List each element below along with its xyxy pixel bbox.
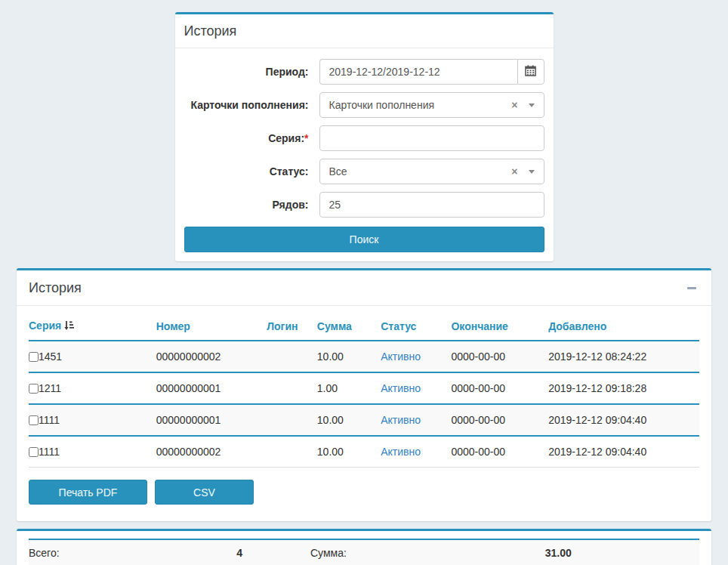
csv-button[interactable]: CSV <box>155 480 254 505</box>
table-row: 1211 00000000001 1.00 Активно 0000-00-00… <box>29 372 699 404</box>
status-cell: Активно <box>381 372 451 404</box>
expires-cell: 0000-00-00 <box>451 404 548 436</box>
column-header-amount[interactable]: Сумма <box>317 312 381 341</box>
amount-cell: 1.00 <box>317 372 381 404</box>
required-asterisk: * <box>304 132 308 144</box>
row-checkbox[interactable] <box>29 352 39 362</box>
status-row: Статус: Все × <box>184 159 544 184</box>
column-header-login[interactable]: Логин <box>267 312 317 341</box>
period-label: Период: <box>184 59 309 85</box>
series-cell: 1111 <box>29 436 156 468</box>
number-cell: 00000000001 <box>156 372 267 404</box>
sum-label: Сумма: <box>310 539 545 565</box>
clear-icon[interactable]: × <box>511 100 517 110</box>
table-header-row: Серия Номер Логин Сумма Статус Окончание <box>29 312 699 341</box>
column-header-status[interactable]: Статус <box>381 312 451 341</box>
column-header-series-label: Серия <box>29 320 61 332</box>
clear-icon[interactable]: × <box>511 166 517 177</box>
filter-panel-header: История <box>175 14 554 48</box>
results-body: Серия Номер Логин Сумма Статус Окончание <box>17 306 711 521</box>
table-row: 1111 00000000002 10.00 Активно 0000-00-0… <box>29 436 699 468</box>
chevron-down-icon <box>529 103 535 107</box>
status-cell: Активно <box>381 404 451 436</box>
total-label: Всего: <box>29 539 236 565</box>
filter-form: Период: <box>175 48 554 252</box>
filter-panel-title: История <box>184 23 544 39</box>
period-input[interactable] <box>319 59 518 85</box>
amount-cell: 10.00 <box>317 404 381 436</box>
cards-label: Карточки пополнения: <box>184 92 309 118</box>
series-cell: 1111 <box>29 404 156 436</box>
period-row: Период: <box>184 59 544 85</box>
number-cell: 00000000002 <box>156 341 267 372</box>
amount-cell: 10.00 <box>317 436 381 468</box>
rows-row: Рядов: <box>184 192 544 218</box>
series-cell: 1211 <box>29 372 156 404</box>
number-cell: 00000000001 <box>156 404 267 436</box>
status-label: Статус: <box>184 159 309 184</box>
series-cell: 1451 <box>29 341 156 372</box>
cards-row: Карточки пополнения: Карточки пополнения… <box>184 92 544 118</box>
login-cell <box>267 404 317 436</box>
column-header-series[interactable]: Серия <box>29 312 156 341</box>
login-cell <box>267 372 317 404</box>
expires-cell: 0000-00-00 <box>451 372 548 404</box>
status-link[interactable]: Активно <box>381 350 421 363</box>
search-button[interactable]: Поиск <box>184 227 544 252</box>
status-cell: Активно <box>381 341 451 372</box>
summary-row: Всего: 4 Сумма: 31.00 <box>29 539 699 565</box>
chevron-down-icon <box>529 170 535 174</box>
sort-amount-icon <box>64 321 74 333</box>
expires-cell: 0000-00-00 <box>451 341 548 372</box>
row-checkbox[interactable] <box>29 384 39 394</box>
status-cell: Активно <box>381 436 451 468</box>
sum-value: 31.00 <box>545 539 699 565</box>
cards-select[interactable]: Карточки пополнения × <box>319 92 544 118</box>
print-pdf-button[interactable]: Печать PDF <box>29 480 147 505</box>
rows-label: Рядов: <box>184 192 309 218</box>
login-cell <box>267 341 317 372</box>
results-panel: История Серия <box>17 268 711 521</box>
calendar-icon <box>525 65 536 79</box>
added-cell: 2019-12-12 08:24:22 <box>548 341 699 372</box>
series-label: Серия:* <box>184 125 309 151</box>
calendar-button[interactable] <box>517 59 544 85</box>
series-value: 1111 <box>39 414 60 426</box>
series-input[interactable] <box>319 125 544 151</box>
minus-icon <box>687 287 696 289</box>
added-cell: 2019-12-12 09:04:40 <box>548 436 699 468</box>
cards-select-value: Карточки пополнения <box>329 99 512 111</box>
summary-table: Всего: 4 Сумма: 31.00 <box>29 539 699 565</box>
expires-cell: 0000-00-00 <box>451 436 548 468</box>
results-panel-header: История <box>17 270 711 305</box>
filter-panel: История Период: <box>175 12 554 261</box>
collapse-button[interactable] <box>684 284 699 292</box>
summary-panel: Всего: 4 Сумма: 31.00 <box>17 529 711 565</box>
status-link[interactable]: Активно <box>381 446 421 458</box>
column-header-number[interactable]: Номер <box>156 312 267 341</box>
added-cell: 2019-12-12 09:18:28 <box>548 372 699 404</box>
number-cell: 00000000002 <box>156 436 267 468</box>
history-table: Серия Номер Логин Сумма Статус Окончание <box>29 312 699 468</box>
export-buttons: Печать PDF CSV <box>29 480 699 505</box>
table-row: 1451 00000000002 10.00 Активно 0000-00-0… <box>29 341 699 372</box>
total-value: 4 <box>236 539 310 565</box>
status-link[interactable]: Активно <box>381 382 421 394</box>
status-select[interactable]: Все × <box>319 159 544 184</box>
series-row: Серия:* <box>184 125 544 151</box>
rows-input[interactable] <box>319 192 544 218</box>
row-checkbox[interactable] <box>29 447 39 457</box>
series-label-text: Серия: <box>268 132 304 144</box>
amount-cell: 10.00 <box>317 341 381 372</box>
login-cell <box>267 436 317 468</box>
added-cell: 2019-12-12 09:04:40 <box>548 404 699 436</box>
results-panel-title: История <box>29 280 684 296</box>
status-select-value: Все <box>329 165 512 178</box>
status-link[interactable]: Активно <box>381 414 421 426</box>
column-header-added[interactable]: Добавлено <box>548 312 699 341</box>
series-value: 1211 <box>39 382 61 394</box>
row-checkbox[interactable] <box>29 415 39 425</box>
table-row: 1111 00000000001 10.00 Активно 0000-00-0… <box>29 404 699 436</box>
column-header-expires[interactable]: Окончание <box>451 312 548 341</box>
series-value: 1111 <box>39 446 60 458</box>
